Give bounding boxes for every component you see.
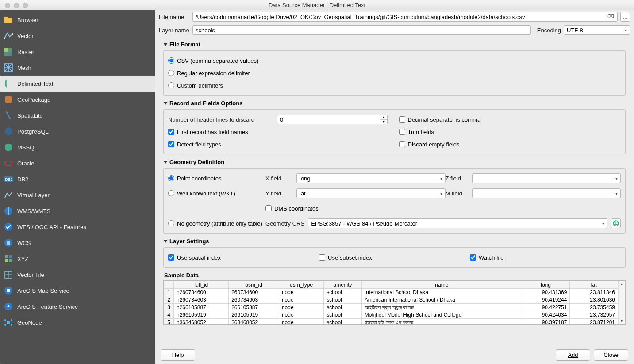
disclosure-triangle-icon: [163, 102, 168, 105]
record-fields-header[interactable]: Record and Fields Options: [163, 100, 626, 107]
sidebar-item-label: PostgreSQL: [17, 128, 49, 135]
no-geometry-radio[interactable]: No geometry (attribute only table): [168, 217, 265, 230]
sidebar-item-wcs[interactable]: WCS: [0, 235, 155, 251]
svg-rect-4: [8, 52, 12, 56]
add-button[interactable]: Add: [556, 349, 590, 361]
sidebar-item-spatialite[interactable]: SpatiaLite: [0, 107, 155, 123]
sidebar-item-virtual-layer[interactable]: Virtual Layer: [0, 187, 155, 203]
raster-icon: [3, 46, 14, 57]
vectortile-icon: [3, 269, 14, 280]
discard-empty-checkbox[interactable]: Discard empty fields: [399, 138, 621, 150]
spin-down-icon[interactable]: ▼: [380, 119, 387, 124]
m-field-combo[interactable]: ▾: [472, 188, 621, 198]
virtual-icon: [3, 190, 14, 200]
dialog-footer: Help Add Close: [155, 346, 634, 364]
sidebar-item-db2[interactable]: DB2DB2: [0, 171, 155, 187]
svg-point-22: [4, 319, 6, 321]
scroll-up-icon[interactable]: ▲: [619, 281, 625, 287]
svg-rect-12: [7, 241, 10, 245]
z-field-combo[interactable]: ▾: [472, 173, 621, 183]
browse-file-button[interactable]: ...: [620, 12, 630, 22]
sidebar-item-wfs-ogc-api-features[interactable]: WFS / OGC API - Features: [0, 219, 155, 235]
column-header[interactable]: lat: [570, 281, 618, 289]
maximize-window-icon[interactable]: [23, 3, 28, 8]
watch-file-checkbox[interactable]: Watch file: [470, 251, 621, 264]
sidebar-item-vector-tile[interactable]: Vector Tile: [0, 267, 155, 283]
wkt-radio[interactable]: Well known text (WKT): [168, 187, 265, 199]
column-header[interactable]: amenity: [324, 281, 362, 289]
svg-rect-14: [9, 255, 12, 258]
sidebar-item-arcgis-map-service[interactable]: ArcGIS Map Service: [0, 283, 155, 299]
sidebar-item-wms-wmts[interactable]: WMS/WMTS: [0, 203, 155, 219]
csv-radio[interactable]: CSV (comma separated values): [168, 54, 621, 67]
sidebar-item-postgresql[interactable]: PostgreSQL: [0, 123, 155, 139]
column-header[interactable]: long: [522, 281, 570, 289]
sidebar-item-geopackage[interactable]: GeoPackage: [0, 92, 155, 107]
sidebar-item-delimited-text[interactable]: ,Delimited Text: [0, 76, 155, 92]
sidebar-item-xyz[interactable]: XYZ: [0, 251, 155, 267]
first-record-checkbox[interactable]: First record has field names: [168, 126, 390, 138]
sidebar-item-oracle[interactable]: Oracle: [0, 155, 155, 171]
decimal-sep-checkbox[interactable]: Decimal separator is comma: [399, 113, 621, 126]
sample-data-table[interactable]: full_idosm_idosm_typeamenitynamelonglat1…: [164, 281, 618, 325]
sidebar-item-label: Delimited Text: [17, 80, 53, 87]
table-scrollbar[interactable]: ▲ ▼: [618, 281, 625, 324]
help-button[interactable]: Help: [161, 349, 195, 361]
sidebar-item-browser[interactable]: Browser: [0, 12, 155, 28]
svg-point-0: [4, 38, 5, 39]
dms-checkbox[interactable]: DMS coordinates: [265, 202, 319, 215]
sidebar-item-vector[interactable]: Vector: [0, 28, 155, 44]
disclosure-triangle-icon: [163, 43, 168, 46]
column-header[interactable]: name: [361, 281, 522, 289]
file-format-header[interactable]: File Format: [163, 41, 626, 48]
close-window-icon[interactable]: [5, 3, 10, 8]
minimize-window-icon[interactable]: [14, 3, 19, 8]
table-row[interactable]: 2n260734603260734603nodeschoolAmerican I…: [164, 296, 618, 304]
crs-picker-button[interactable]: [611, 218, 621, 228]
custom-radio[interactable]: Custom delimiters: [168, 79, 621, 92]
svg-rect-13: [5, 255, 8, 258]
table-row[interactable]: 4n266105919266105919nodeschoolMotijheel …: [164, 311, 618, 319]
layer-name-input[interactable]: [192, 25, 531, 35]
table-row[interactable]: 1n260734600260734600nodeschoolInternatio…: [164, 289, 618, 296]
column-header[interactable]: full_id: [174, 281, 229, 289]
spatial-index-checkbox[interactable]: Use spatial index: [168, 251, 319, 264]
detect-types-checkbox[interactable]: Detect field types: [168, 138, 390, 150]
table-row[interactable]: 5n363468052363468052nodeschoolউত্তরা হাই…: [164, 319, 618, 325]
sidebar-item-label: Virtual Layer: [17, 192, 50, 199]
trim-fields-checkbox[interactable]: Trim fields: [399, 126, 621, 138]
svg-point-1: [12, 33, 13, 35]
arcgisfeat-icon: [3, 301, 14, 312]
table-row[interactable]: 3n266105887266105887nodeschoolআইডিয়াল স…: [164, 304, 618, 311]
sidebar-item-geonode[interactable]: GeoNode: [0, 314, 155, 330]
sidebar-item-mssql[interactable]: MSSQL: [0, 139, 155, 155]
y-field-combo[interactable]: lat▾: [296, 188, 446, 198]
spin-up-icon[interactable]: ▲: [380, 115, 387, 119]
column-header[interactable]: osm_id: [229, 281, 279, 289]
sidebar-item-label: ArcGIS Feature Service: [17, 303, 78, 310]
geometry-def-header[interactable]: Geometry Definition: [163, 159, 626, 165]
layer-settings-header[interactable]: Layer Settings: [163, 238, 626, 245]
sidebar-item-label: Vector: [17, 33, 34, 39]
chevron-down-icon: ▾: [440, 191, 442, 196]
wms-icon: [3, 206, 14, 216]
close-button[interactable]: Close: [594, 349, 628, 361]
point-coords-radio[interactable]: Point coordinates: [168, 172, 265, 184]
crs-combo[interactable]: EPSG:3857 - WGS 84 / Pseudo-Mercator▾: [308, 218, 607, 228]
regex-radio[interactable]: Regular expression delimiter: [168, 67, 621, 79]
sidebar-item-raster[interactable]: Raster: [0, 44, 155, 60]
clear-file-icon[interactable]: ⌫: [605, 13, 616, 19]
encoding-combo[interactable]: UTF-8▾: [564, 25, 630, 35]
arcgismap-icon: [3, 285, 14, 296]
file-format-section: CSV (comma separated values) Regular exp…: [163, 50, 626, 96]
sidebar-item-mesh[interactable]: Mesh: [0, 60, 155, 76]
chevron-down-icon: ▾: [602, 221, 604, 226]
subset-index-checkbox[interactable]: Use subset index: [319, 251, 470, 264]
x-field-combo[interactable]: long▾: [296, 173, 446, 183]
header-lines-spinner[interactable]: [277, 115, 388, 124]
sample-data-label: Sample Data: [164, 272, 625, 279]
file-name-input[interactable]: [192, 12, 618, 22]
column-header[interactable]: osm_type: [279, 281, 323, 289]
scroll-down-icon[interactable]: ▼: [619, 318, 625, 324]
sidebar-item-arcgis-feature-service[interactable]: ArcGIS Feature Service: [0, 299, 155, 314]
